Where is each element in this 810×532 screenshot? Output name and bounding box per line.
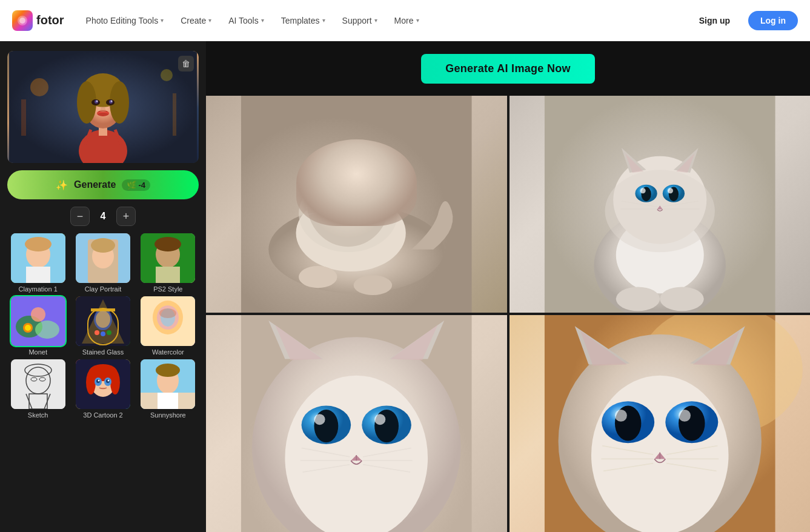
style-label-watercolor: Watercolor [152, 348, 184, 356]
svg-point-47 [107, 330, 111, 335]
style-claymation1[interactable]: Claymation 1 [7, 233, 68, 293]
style-thumb-watercolor [141, 296, 195, 346]
style-sunnyshore[interactable]: Sunnyshore [138, 359, 199, 419]
nav-more[interactable]: More ▾ [387, 12, 427, 29]
style-grid: Claymation 1 Clay Portrait [7, 233, 199, 419]
chevron-down-icon: ▾ [374, 17, 377, 24]
svg-line-96 [359, 201, 390, 205]
logo[interactable]: fotor [12, 10, 64, 31]
main-content: 🗑 ✨ Generate 🌿 -4 − 4 + [0, 0, 810, 532]
svg-point-157 [679, 410, 691, 422]
uploaded-photo [7, 51, 199, 163]
svg-point-64 [86, 370, 96, 394]
style-3d-cartoon2[interactable]: 3D Cartoon 2 [72, 359, 133, 419]
cat-svg-4 [510, 315, 811, 532]
style-thumb-monet [11, 296, 65, 346]
image-cell-1 [206, 96, 507, 313]
increment-button[interactable]: + [116, 207, 136, 226]
header: fotor Photo Editing Tools ▾ Create ▾ AI … [0, 0, 810, 41]
svg-point-1 [19, 18, 25, 24]
svg-rect-5 [21, 99, 26, 136]
logo-text: fotor [36, 13, 64, 27]
style-thumb-3d-cartoon2 [76, 359, 130, 409]
svg-rect-6 [173, 93, 176, 136]
svg-marker-85 [364, 155, 377, 173]
logo-icon [12, 10, 33, 31]
decrement-button[interactable]: − [70, 207, 90, 226]
generate-icon: ✨ [56, 179, 68, 191]
image-grid [206, 96, 810, 532]
svg-point-134 [314, 414, 325, 425]
svg-point-46 [101, 331, 105, 336]
style-thumb-ps2 [141, 233, 195, 283]
style-label-monet: Monet [28, 348, 47, 356]
delete-button[interactable]: 🗑 [178, 56, 194, 71]
svg-point-81 [299, 175, 397, 252]
style-label-sunnyshore: Sunnyshore [150, 411, 186, 419]
style-clay-portrait[interactable]: Clay Portrait [72, 233, 133, 293]
svg-marker-82 [315, 151, 337, 173]
count-stepper: − 4 + [70, 207, 136, 226]
style-stained-glass[interactable]: Stained Glass [72, 296, 133, 356]
image-cell-4 [510, 315, 811, 532]
svg-line-93 [307, 201, 337, 205]
nav-templates[interactable]: Templates ▾ [274, 12, 333, 29]
svg-point-37 [31, 307, 45, 322]
style-label-clay-portrait: Clay Portrait [85, 285, 122, 293]
generate-ai-image-button[interactable]: Generate AI Image Now [421, 54, 595, 84]
leaf-icon: 🌿 [127, 181, 136, 190]
style-watercolor[interactable]: Watercolor [138, 296, 199, 356]
center-area: Generate AI Image Now [206, 41, 810, 532]
cta-bar: Generate AI Image Now [206, 41, 810, 96]
credit-badge: 🌿 -4 [122, 179, 150, 191]
nav-ai-tools[interactable]: AI Tools ▾ [221, 12, 271, 29]
svg-point-100 [354, 275, 392, 295]
svg-point-65 [110, 370, 120, 394]
style-thumb-sketch [11, 359, 65, 409]
portrait-svg [7, 51, 199, 163]
photo-upload-area[interactable]: 🗑 [7, 51, 199, 163]
svg-point-4 [161, 69, 173, 81]
svg-point-24 [25, 237, 51, 251]
svg-line-98 [359, 210, 390, 214]
generate-button[interactable]: ✨ Generate 🌿 -4 [7, 170, 199, 199]
chevron-down-icon: ▾ [261, 17, 264, 24]
image-cell-3 [206, 315, 507, 532]
svg-point-44 [96, 311, 110, 328]
style-label-ps2: PS2 Style [153, 285, 182, 293]
cat-image-4 [510, 315, 811, 532]
style-thumb-clay-portrait [76, 233, 130, 283]
main-nav: Photo Editing Tools ▾ Create ▾ AI Tools … [79, 12, 688, 29]
svg-point-122 [660, 287, 704, 311]
svg-point-45 [95, 330, 99, 335]
style-label-claymation1: Claymation 1 [19, 285, 58, 293]
chevron-down-icon: ▾ [322, 17, 325, 24]
nav-support[interactable]: Support ▾ [335, 12, 385, 29]
chevron-down-icon: ▾ [161, 17, 164, 24]
login-button[interactable]: Log in [748, 11, 798, 30]
nav-create[interactable]: Create ▾ [173, 12, 219, 29]
svg-point-32 [154, 237, 181, 251]
style-sketch[interactable]: Sketch [7, 359, 68, 419]
cat-image-2 [510, 96, 811, 313]
cat-image-3 [206, 315, 507, 532]
svg-point-3 [30, 78, 48, 96]
svg-point-75 [156, 364, 180, 377]
svg-rect-76 [158, 393, 178, 409]
style-ps2[interactable]: PS2 Style [138, 233, 199, 293]
svg-point-70 [98, 380, 99, 382]
nav-photo-editing[interactable]: Photo Editing Tools ▾ [79, 12, 171, 29]
svg-point-39 [25, 325, 31, 331]
svg-point-90 [332, 190, 336, 194]
style-monet[interactable]: Monet [7, 296, 68, 356]
svg-line-95 [307, 210, 337, 214]
stepper-value: 4 [97, 211, 109, 222]
svg-point-135 [374, 414, 385, 425]
svg-point-87 [351, 187, 371, 202]
svg-point-86 [327, 187, 347, 202]
svg-point-17 [96, 101, 98, 102]
svg-point-114 [640, 188, 645, 193]
style-label-stained-glass: Stained Glass [82, 348, 124, 356]
sign-up-button[interactable]: Sign up [688, 11, 741, 30]
svg-point-18 [111, 101, 113, 102]
